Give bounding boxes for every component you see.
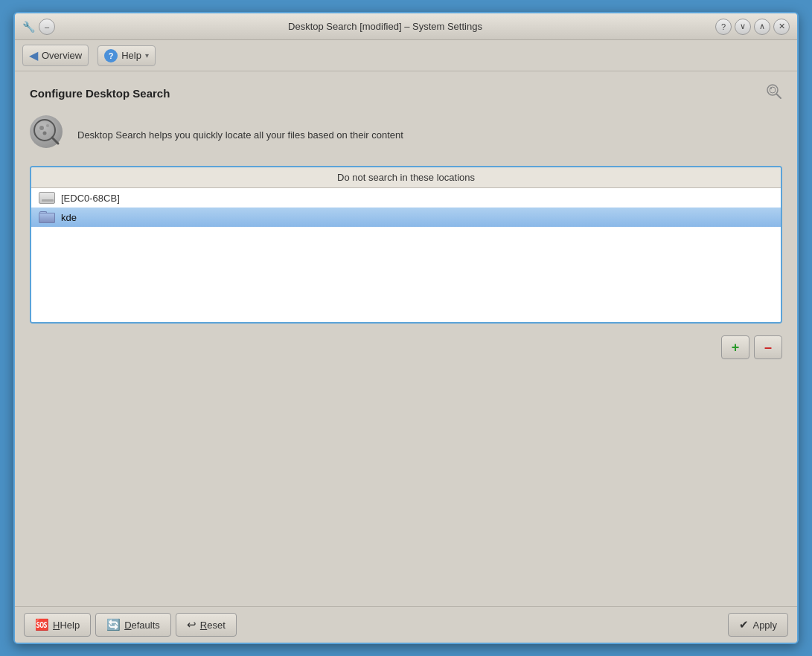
- wm-close-button[interactable]: ✕: [773, 19, 790, 35]
- main-window: 🔧 – Desktop Search [modified] – System S…: [13, 12, 799, 644]
- apply-button-label: Apply: [752, 620, 777, 631]
- back-arrow-icon: ◀: [29, 48, 38, 62]
- page-header: Configure Desktop Search: [30, 83, 782, 103]
- help-nav-button[interactable]: ? Help ▾: [97, 45, 156, 66]
- window-icon: 🔧: [22, 21, 34, 33]
- nav-bar: ◀ Overview ? Help ▾: [15, 40, 797, 71]
- title-bar-left: 🔧 –: [22, 19, 55, 35]
- help-circle-icon: ?: [104, 49, 118, 62]
- reset-button-icon: ↩: [187, 618, 196, 631]
- title-bar-controls: ? ∨ ∧ ✕: [715, 19, 790, 35]
- app-icon: [30, 115, 68, 154]
- description-text: Desktop Search helps you quickly locate …: [77, 129, 403, 141]
- reset-button[interactable]: ↩ Reset: [176, 613, 237, 637]
- svg-line-5: [52, 138, 58, 144]
- help-button-icon: 🆘: [35, 618, 49, 631]
- title-bar: 🔧 – Desktop Search [modified] – System S…: [15, 13, 797, 40]
- reset-button-label: Reset: [200, 620, 226, 631]
- list-item-label: [EDC0-68CB]: [61, 193, 120, 204]
- locations-header: Do not search in these locations: [31, 167, 781, 188]
- list-item[interactable]: kde: [31, 208, 781, 227]
- apply-check-icon: ✔: [739, 618, 749, 631]
- page-title: Configure Desktop Search: [30, 87, 170, 100]
- zoom-icon: [766, 83, 782, 103]
- locations-list: [EDC0-68CB] kde: [31, 188, 781, 322]
- defaults-button-icon: 🔄: [106, 618, 121, 631]
- svg-point-3: [770, 88, 772, 89]
- apply-button[interactable]: ✔ Apply: [728, 613, 788, 637]
- wm-maximize-button[interactable]: ∧: [754, 19, 770, 35]
- window-minimize-left[interactable]: –: [39, 19, 55, 35]
- folder-icon: [39, 211, 55, 223]
- list-item[interactable]: [EDC0-68CB]: [31, 188, 781, 208]
- footer-left-buttons: 🆘 HHelp 🔄 Defaults ↩ Reset: [24, 613, 237, 637]
- content-area: Configure Desktop Search: [15, 71, 797, 606]
- svg-line-1: [777, 94, 781, 99]
- svg-point-6: [39, 126, 44, 130]
- add-location-button[interactable]: +: [721, 335, 749, 359]
- drive-icon: [39, 192, 55, 204]
- remove-location-button[interactable]: –: [754, 335, 782, 359]
- svg-point-9: [37, 130, 40, 133]
- locations-panel: Do not search in these locations [EDC0-6…: [30, 166, 782, 324]
- wm-help-button[interactable]: ?: [715, 19, 732, 35]
- description-row: Desktop Search helps you quickly locate …: [30, 112, 782, 157]
- wm-minimize-button[interactable]: ∨: [735, 19, 751, 35]
- help-button[interactable]: 🆘 HHelp: [24, 613, 91, 637]
- overview-button[interactable]: ◀ Overview: [22, 45, 89, 66]
- help-chevron-icon: ▾: [145, 51, 149, 60]
- list-item-label: kde: [61, 212, 77, 223]
- svg-point-8: [43, 132, 47, 135]
- footer: 🆘 HHelp 🔄 Defaults ↩ Reset ✔ Apply: [15, 606, 797, 643]
- defaults-button-label: Defaults: [124, 620, 160, 631]
- help-button-label: HHelp: [53, 620, 80, 631]
- svg-point-7: [46, 124, 49, 127]
- window-title: Desktop Search [modified] – System Setti…: [55, 21, 715, 32]
- help-nav-label: Help: [121, 50, 141, 61]
- defaults-button[interactable]: 🔄 Defaults: [95, 613, 171, 637]
- add-remove-row: + –: [30, 335, 782, 359]
- svg-point-2: [770, 87, 776, 93]
- overview-label: Overview: [42, 50, 82, 61]
